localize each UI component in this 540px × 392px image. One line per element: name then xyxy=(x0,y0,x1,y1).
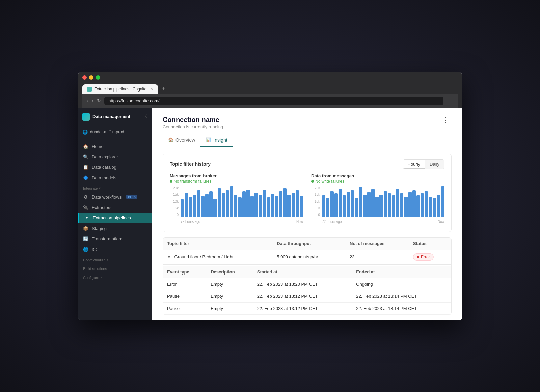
workspace-name: dunder-mifflin-prod xyxy=(90,130,124,134)
filter-name: Ground floor / Bedroom / Light xyxy=(174,254,234,259)
events-cell-description: Empty xyxy=(207,302,253,314)
transformations-icon: 🔄 xyxy=(83,236,88,241)
tab-close-button[interactable]: ✕ xyxy=(150,87,153,91)
sidebar-item-data-catalog[interactable]: 📋 Data catalog xyxy=(78,162,152,173)
configure-section-label[interactable]: Configure › xyxy=(78,272,152,281)
messages-status-text: No transform failures xyxy=(174,179,211,184)
chevron-right-icon: › xyxy=(107,258,108,262)
y-label: 0 xyxy=(311,213,320,217)
chart-bar xyxy=(326,198,329,216)
chart-bar xyxy=(359,187,362,217)
chart-bar xyxy=(193,195,196,216)
chart-bar xyxy=(400,193,403,217)
chart-bar xyxy=(408,192,412,217)
workspace-selector[interactable]: 🌐 dunder-mifflin-prod xyxy=(78,126,152,138)
sidebar-collapse-button[interactable]: 《 xyxy=(143,114,147,120)
table-row[interactable]: ▼ Ground floor / Bedroom / Light 5.000 d… xyxy=(163,250,451,264)
chart-bar xyxy=(205,194,209,217)
chart-bar xyxy=(230,186,233,217)
col-ended-at: Ended at xyxy=(352,266,451,278)
events-table-row[interactable]: PauseEmpty22. Feb 2023 at 13:12 PM CET22… xyxy=(163,290,451,302)
daily-toggle-button[interactable]: Daily xyxy=(425,160,444,169)
table-header-row: Topic filter Data throughput No. of mess… xyxy=(163,238,451,250)
hourly-toggle-button[interactable]: Hourly xyxy=(403,160,425,169)
chart-bar xyxy=(404,197,407,217)
y-label: 15k xyxy=(311,193,320,197)
sidebar-item-3d[interactable]: 🌐 3D xyxy=(78,244,152,255)
main-content: Connection name Connection is currently … xyxy=(152,108,462,320)
home-icon: 🏠 xyxy=(83,144,88,149)
chart-bar xyxy=(347,192,350,217)
y-label: 10k xyxy=(311,200,320,203)
active-tab[interactable]: Extraction pipelines | Cognite ✕ xyxy=(82,84,158,94)
events-table-row[interactable]: PauseEmpty22. Feb 2023 at 13:12 PM CET22… xyxy=(163,302,451,314)
minimize-button[interactable] xyxy=(89,75,93,80)
events-cell-description: Empty xyxy=(207,278,253,290)
sidebar-item-data-explorer[interactable]: 🔍 Data explorer xyxy=(78,152,152,162)
window-controls xyxy=(82,75,458,80)
close-button[interactable] xyxy=(82,75,87,80)
overview-tab-icon: 🏠 xyxy=(168,137,173,142)
sidebar-item-home[interactable]: 🏠 Home xyxy=(78,141,152,152)
charts-row: Messages from broker No transform failur… xyxy=(170,173,444,224)
sidebar-item-data-models[interactable]: 🔷 Data models xyxy=(78,173,152,183)
sidebar-item-extraction-pipelines[interactable]: ✦ Extraction pipelines xyxy=(78,213,152,223)
sidebar-header: Data management 《 xyxy=(78,108,152,126)
globe-icon: 🌐 xyxy=(82,130,88,135)
page-more-button[interactable]: ⋮ xyxy=(439,116,452,124)
events-cell-started: 22. Feb 2023 at 13:12 PM CET xyxy=(253,302,352,314)
new-tab-button[interactable]: + xyxy=(159,83,168,94)
topic-filter-table: Topic filter Data throughput No. of mess… xyxy=(163,238,451,264)
build-solutions-label: Build solutions xyxy=(83,267,107,271)
address-bar: ‹ › ↻ ⋮ xyxy=(82,94,458,108)
chart-bar xyxy=(416,195,420,217)
chart-bar xyxy=(300,196,303,217)
back-button[interactable]: ‹ xyxy=(87,98,89,103)
col-messages: No. of messages xyxy=(346,238,409,250)
card-title: Topic filter history xyxy=(170,161,211,167)
maximize-button[interactable] xyxy=(96,75,100,80)
sidebar-item-data-workflows[interactable]: ⚙ Data workflows BETA xyxy=(78,192,152,202)
url-input[interactable] xyxy=(104,97,443,105)
tab-insight[interactable]: 📊 Insight xyxy=(200,134,233,147)
chart-bar xyxy=(330,191,333,217)
chart-bar xyxy=(322,195,325,217)
events-header-row: Event type Description Started at Ended … xyxy=(163,266,451,278)
models-icon: 🔷 xyxy=(83,175,88,180)
browser-chrome: Extraction pipelines | Cognite ✕ + ‹ › ↻… xyxy=(78,72,462,108)
events-cell-ended: 22. Feb 2023 at 13:14 PM CET xyxy=(352,290,451,302)
chart-bar xyxy=(287,195,291,216)
tab-insight-label: Insight xyxy=(213,137,227,143)
reload-button[interactable]: ↻ xyxy=(97,98,101,103)
contextualize-label: Contextualize xyxy=(83,258,106,262)
sidebar-item-staging[interactable]: 📦 Staging xyxy=(78,223,152,234)
events-cell-description: Empty xyxy=(207,290,253,302)
data-y-axis: 20k 15k 10k 5k 0 xyxy=(311,186,321,217)
forward-button[interactable]: › xyxy=(92,98,94,103)
chart-bar xyxy=(392,195,395,217)
integrate-section-label[interactable]: Integrate ▾ xyxy=(78,183,152,192)
chart-bar xyxy=(343,195,346,217)
chart-bar xyxy=(263,190,266,216)
chevron-right-icon: › xyxy=(101,276,102,279)
chart-bar xyxy=(279,191,282,217)
events-table-row[interactable]: ErrorEmpty22. Feb 2023 at 13:20 PM CETOn… xyxy=(163,278,451,290)
sidebar-item-label: Data catalog xyxy=(92,165,116,170)
sidebar-item-transformations[interactable]: 🔄 Transformations xyxy=(78,234,152,244)
threed-icon: 🌐 xyxy=(83,247,88,252)
contextualize-section-label[interactable]: Contextualize › xyxy=(78,255,152,263)
time-toggle-group: Hourly Daily xyxy=(403,159,444,169)
expand-icon[interactable]: ▼ xyxy=(167,255,171,259)
chevron-right-icon: › xyxy=(108,267,109,270)
chart-bar xyxy=(275,196,278,217)
data-chart: Data from messages No write failures 20k… xyxy=(311,173,444,224)
table-cell-filter: ▼ Ground floor / Bedroom / Light xyxy=(163,250,273,264)
browser-menu-button[interactable]: ⋮ xyxy=(447,97,453,104)
y-label: 5k xyxy=(170,206,179,210)
col-topic-filter: Topic filter xyxy=(163,238,273,250)
sidebar-item-label: Extraction pipelines xyxy=(93,215,131,220)
sidebar-item-extractors[interactable]: 🔌 Extractors xyxy=(78,202,152,213)
tab-overview[interactable]: 🏠 Overview xyxy=(163,134,200,147)
build-solutions-section-label[interactable]: Build solutions › xyxy=(78,263,152,272)
chart-bar xyxy=(201,196,205,217)
